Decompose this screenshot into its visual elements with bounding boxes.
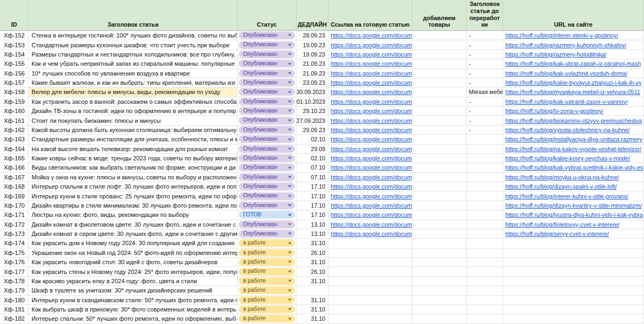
cell-products[interactable] [412, 163, 467, 172]
cell-site-url[interactable] [503, 296, 644, 305]
status-chip[interactable]: Опубликован ▼ [239, 32, 295, 39]
status-dropdown-cell[interactable]: Опубликован ▼ [238, 126, 296, 135]
cell-title[interactable]: Какой высоты должна быть кухонная столеш… [29, 126, 238, 135]
status-chip[interactable]: Опубликован ▼ [239, 51, 295, 58]
cell-deadline[interactable]: 23.09.23 [296, 78, 329, 88]
cell-id[interactable]: Хф-175 [0, 248, 29, 258]
cell-site-url[interactable]: https://hoff.ru/blog/kak-vybrat-svetilni… [503, 163, 644, 172]
doc-link[interactable]: https://docs.google.com/docum [331, 202, 412, 209]
cell-rework-title[interactable] [467, 258, 503, 267]
doc-link[interactable]: https://docs.google.com/docum [331, 127, 412, 133]
cell-doc-link[interactable]: https://docs.google.com/docum [329, 145, 412, 154]
cell-doc-link[interactable]: https://docs.google.com/docum [329, 229, 412, 239]
cell-site-url[interactable]: https://hoff.ru/blog/kak-ustranit-zasor-… [503, 97, 644, 107]
doc-link[interactable]: https://docs.google.com/docum [331, 183, 412, 190]
doc-link[interactable]: https://docs.google.com/docum [331, 42, 412, 48]
cell-site-url[interactable]: https://hoff.ru/blog/razmery-kuhonnyh-sh… [503, 40, 644, 49]
cell-doc-link[interactable]: https://docs.google.com/docum [329, 135, 412, 144]
cell-rework-title[interactable] [467, 135, 503, 144]
cell-title[interactable]: Как украсить дом к Новому году 2024: 30 … [29, 239, 238, 248]
site-url-link[interactable]: https://hoff.ru/blog/lyustra-dlya-kuhni-… [505, 211, 643, 218]
cell-deadline[interactable]: 02.10 [296, 135, 329, 144]
cell-rework-title[interactable] [467, 305, 503, 314]
cell-id[interactable]: Хф-165 [0, 154, 29, 163]
cell-site-url[interactable]: https://hoff.ru/blog/biokaminy-otzyvy-pr… [503, 116, 644, 125]
cell-title[interactable]: Виды светильников: как выбрать светильни… [29, 163, 238, 172]
cell-doc-link[interactable] [329, 286, 412, 295]
status-dropdown-cell[interactable]: Опубликован ▼ [238, 97, 296, 107]
cell-title[interactable]: Шкаф в туалете за унитазом: 30* лучших д… [29, 286, 238, 295]
cell-doc-link[interactable] [329, 277, 412, 286]
doc-link[interactable]: https://docs.google.com/docum [331, 60, 412, 67]
cell-title[interactable]: Мойка у окна на кухне: плюсы и минусы, с… [29, 173, 238, 182]
status-chip[interactable]: Опубликован ▼ [239, 173, 295, 181]
cell-title[interactable]: Как украсить новогодний стол: 30 идей с … [29, 258, 238, 267]
status-dropdown-cell[interactable]: Опубликован ▼ [238, 191, 296, 201]
status-dropdown-cell[interactable]: в работе ▼ [238, 277, 296, 286]
cell-rework-title[interactable] [467, 154, 503, 163]
cell-deadline[interactable]: 17.10 [296, 191, 329, 201]
cell-site-url[interactable] [503, 258, 644, 267]
cell-title[interactable]: Размеры стандартных и нестандартных холо… [29, 50, 238, 59]
cell-products[interactable] [412, 286, 467, 295]
cell-doc-link[interactable]: https://docs.google.com/docum [329, 107, 412, 116]
cell-site-url[interactable]: https://hoff.ru/blog/moyka-u-okna-na-kuh… [503, 173, 644, 182]
doc-link[interactable]: https://docs.google.com/docum [331, 136, 412, 142]
cell-products[interactable] [412, 210, 467, 220]
cell-deadline[interactable]: 27.09.2023 [296, 116, 329, 125]
cell-id[interactable]: Хф-160 [0, 107, 29, 116]
cell-deadline[interactable]: 01.10.2023 [296, 97, 329, 107]
cell-site-url[interactable] [503, 286, 644, 295]
status-chip[interactable]: Опубликован ▼ [239, 183, 295, 190]
cell-id[interactable]: Хф-156 [0, 69, 29, 78]
cell-doc-link[interactable] [329, 305, 412, 314]
status-chip[interactable]: Опубликован ▼ [239, 79, 295, 86]
cell-rework-title[interactable] [467, 314, 503, 323]
cell-id[interactable]: Хф-162 [0, 126, 29, 135]
column-header-doc-link[interactable]: Ссылка на готовую статью [329, 0, 412, 30]
cell-title[interactable]: Люстры на кухню: фото, виды, рекомендаци… [29, 210, 238, 220]
cell-site-url[interactable]: https://hoff.ru/blog/na-kakoy-vysote-ves… [503, 145, 644, 154]
cell-doc-link[interactable]: https://docs.google.com/docum [329, 78, 412, 88]
cell-site-url[interactable] [503, 267, 644, 276]
doc-link[interactable]: https://docs.google.com/docum [331, 230, 412, 237]
cell-products[interactable] [412, 31, 467, 40]
cell-site-url[interactable]: https://hoff.ru/blog/tv-zona-v-gostinoy/ [503, 107, 644, 116]
cell-id[interactable]: Хф-155 [0, 59, 29, 68]
cell-site-url[interactable]: https://hoff.ru/blog/dizayn-kvartiry-v-s… [503, 201, 644, 210]
status-dropdown-cell[interactable]: Опубликован ▼ [238, 154, 296, 163]
cell-rework-title[interactable] [467, 296, 503, 305]
site-url-link[interactable]: https://hoff.ru/blog/myagkaya-mebel-iz-v… [505, 89, 640, 95]
status-dropdown-cell[interactable]: ГОТОВ ▼ [238, 210, 296, 220]
cell-deadline[interactable]: 17.10 [296, 182, 329, 191]
cell-id[interactable]: Хф-164 [0, 145, 29, 154]
status-chip[interactable]: Опубликован ▼ [239, 41, 295, 49]
site-url-link[interactable]: https://hoff.ru/blog/razmery-holodilnika… [505, 51, 606, 58]
cell-rework-title[interactable] [467, 277, 503, 286]
cell-rework-title[interactable] [467, 220, 503, 229]
cell-products[interactable] [412, 239, 467, 248]
status-dropdown-cell[interactable]: Опубликован ▼ [238, 135, 296, 144]
cell-site-url[interactable]: https://hoff.ru/blog/interer-stenki-v-go… [503, 31, 644, 40]
status-dropdown-cell[interactable]: Опубликован ▼ [238, 40, 296, 49]
cell-products[interactable] [412, 201, 467, 210]
cell-deadline[interactable]: 02.10 [296, 154, 329, 163]
cell-site-url[interactable] [503, 239, 644, 248]
cell-deadline[interactable]: 13.10 [296, 229, 329, 239]
doc-link[interactable]: https://docs.google.com/docum [331, 146, 412, 152]
cell-doc-link[interactable]: https://docs.google.com/docum [329, 50, 412, 59]
cell-id[interactable]: Хф-166 [0, 163, 29, 172]
cell-doc-link[interactable]: https://docs.google.com/docum [329, 220, 412, 229]
column-header-site-url[interactable]: URL на сайте [503, 0, 644, 30]
cell-deadline[interactable]: 21.09.23 [296, 69, 329, 78]
cell-doc-link[interactable]: https://docs.google.com/docum [329, 88, 412, 97]
cell-rework-title[interactable] [467, 286, 503, 295]
status-chip[interactable]: ГОТОВ ▼ [239, 211, 295, 219]
cell-doc-link[interactable] [329, 258, 412, 267]
cell-doc-link[interactable]: https://docs.google.com/docum [329, 126, 412, 135]
cell-title[interactable]: Какие ковры сейчас в моде: тренды 2023 г… [29, 154, 238, 163]
cell-deadline[interactable]: 31.10 [296, 305, 329, 314]
cell-site-url[interactable]: https://hoff.ru/blog/seryy-cvet-v-intere… [503, 229, 644, 239]
cell-site-url[interactable]: https://hoff.ru/blog/fioletovyy-cvet-v-i… [503, 220, 644, 229]
cell-deadline[interactable]: 31.10 [296, 239, 329, 248]
